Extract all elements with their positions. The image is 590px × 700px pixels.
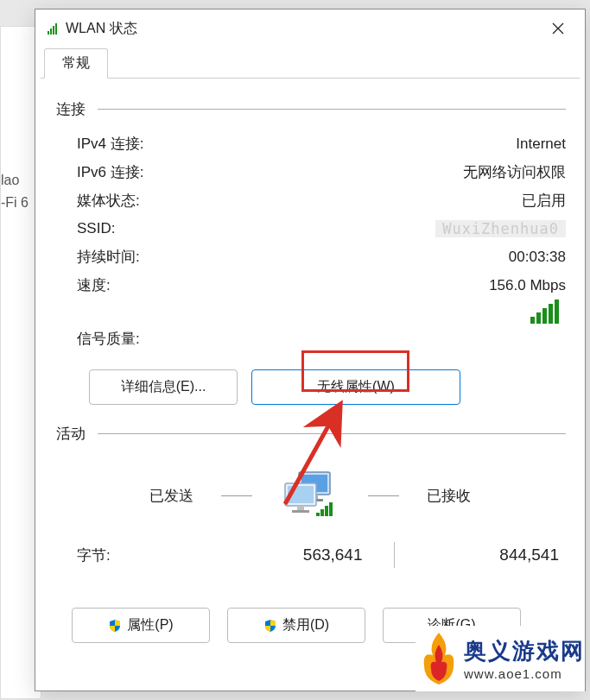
- duration-value: 00:03:38: [509, 249, 566, 266]
- shield-icon: [108, 619, 122, 633]
- watermark-name: 奥义游戏网: [464, 636, 585, 666]
- close-icon: [552, 22, 564, 35]
- activity-display: 已发送: [54, 454, 566, 530]
- dialog-content: 连接 IPv4 连接: Internet IPv6 连接: 无网络访问权限 媒体…: [35, 79, 585, 659]
- titlebar: WLAN 状态: [35, 9, 585, 47]
- svg-rect-6: [297, 506, 304, 510]
- shield-icon: [263, 619, 277, 633]
- ipv6-row: IPv6 连接: 无网络访问权限: [54, 158, 566, 186]
- bytes-row: 字节: 563,641 844,541: [54, 530, 566, 577]
- svg-rect-9: [320, 509, 324, 516]
- network-activity-icon: [280, 470, 340, 521]
- signal-label: 信号质量:: [77, 329, 140, 349]
- ipv4-value: Internet: [516, 136, 566, 153]
- disable-label: 禁用(D): [282, 616, 329, 634]
- disable-button[interactable]: 禁用(D): [227, 608, 365, 643]
- ipv6-value: 无网络访问权限: [463, 162, 566, 182]
- tab-row: 常规: [41, 47, 580, 79]
- recv-label: 已接收: [427, 486, 471, 506]
- details-button[interactable]: 详细信息(E)...: [89, 369, 238, 405]
- media-label: 媒体状态:: [77, 191, 140, 211]
- close-button[interactable]: [538, 15, 578, 42]
- signal-quality-icon: [530, 300, 559, 324]
- bytes-sent-value: 563,641: [198, 545, 394, 564]
- properties-label: 属性(P): [127, 616, 173, 634]
- flame-icon: [419, 629, 459, 688]
- speed-value: 156.0 Mbps: [489, 277, 566, 294]
- connection-buttons: 详细信息(E)... 无线属性(W): [54, 354, 566, 412]
- wifi-signal-icon: [48, 23, 57, 35]
- media-row: 媒体状态: 已启用: [54, 186, 566, 215]
- speed-label: 速度:: [77, 275, 111, 295]
- connection-header: 连接: [54, 99, 566, 119]
- activity-title: 活动: [54, 424, 86, 444]
- duration-row: 持续时间: 00:03:38: [54, 243, 566, 271]
- properties-button[interactable]: 属性(P): [72, 608, 210, 643]
- ssid-row: SSID: WuxiZhenhua0: [54, 215, 566, 243]
- activity-header: 活动: [54, 424, 566, 444]
- watermark-url: www.aoe1.com: [464, 666, 585, 681]
- svg-rect-7: [292, 510, 309, 513]
- window-title: WLAN 状态: [66, 20, 538, 38]
- svg-rect-5: [288, 486, 314, 503]
- ipv4-label: IPv4 连接:: [77, 134, 143, 154]
- ssid-label: SSID:: [77, 220, 115, 237]
- svg-rect-8: [316, 513, 320, 516]
- background-text: lao -Fi 6: [1, 169, 29, 214]
- ipv6-label: IPv6 连接:: [77, 162, 143, 182]
- bytes-recv-value: 844,541: [395, 545, 567, 564]
- tab-general[interactable]: 常规: [44, 48, 108, 79]
- wireless-properties-button[interactable]: 无线属性(W): [251, 369, 460, 405]
- ipv4-row: IPv4 连接: Internet: [54, 129, 566, 158]
- svg-rect-11: [329, 502, 333, 516]
- signal-label-row: 信号质量:: [54, 324, 566, 354]
- bytes-label: 字节:: [77, 545, 198, 565]
- connection-title: 连接: [54, 99, 86, 119]
- media-value: 已启用: [522, 191, 566, 211]
- watermark: 奥义游戏网 www.aoe1.com: [416, 626, 585, 691]
- ssid-value: WuxiZhenhua0: [435, 220, 566, 237]
- sent-label: 已发送: [149, 486, 193, 506]
- svg-rect-10: [325, 506, 328, 516]
- wlan-status-dialog: WLAN 状态 常规 连接 IPv4 连接: Internet IPv6 连接:…: [35, 9, 586, 691]
- duration-label: 持续时间:: [77, 247, 140, 267]
